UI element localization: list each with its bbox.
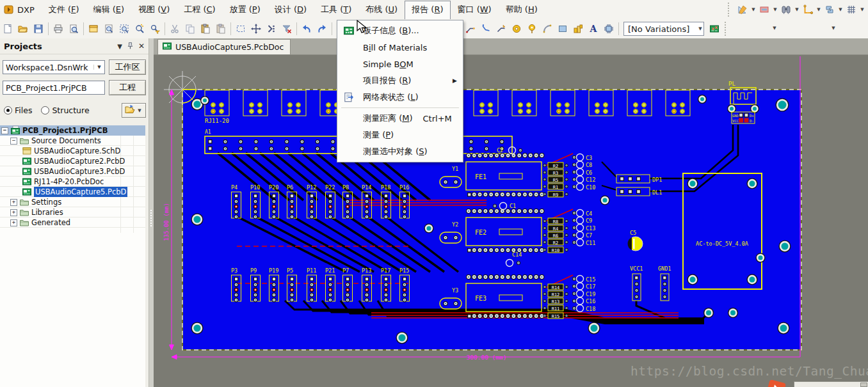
tool-floppy-button[interactable] [31, 22, 46, 36]
open-document-button[interactable]: ▼ [122, 103, 146, 118]
tool-zoom-page-button[interactable] [101, 22, 117, 36]
application-window: DXP文件 (F)编辑 (E)视图 (V)工程 (C)放置 (P)设计 (D)工… [0, 0, 868, 387]
tree-item-Generated[interactable]: +Generated [0, 217, 145, 228]
report-menu-item-1[interactable]: Bill of Materials [337, 39, 463, 56]
chevron-down-icon[interactable]: ▼ [816, 7, 822, 12]
menu-P[interactable]: 放置 (P) [223, 1, 268, 19]
tree-item-RJ11-4P-20.PcbDoc[interactable]: RJ11-4P-20.PcbDoc [0, 177, 145, 187]
tool-undo-button[interactable] [299, 22, 314, 36]
chevron-down-icon[interactable]: ▼ [750, 7, 757, 12]
report-menu-item-3[interactable]: 项目报告 (R) ▶ [337, 72, 463, 89]
report-menu-item-2[interactable]: Simple BOM [337, 56, 463, 72]
menu-shortcut: Ctrl+M [413, 114, 452, 123]
tool-zoom-dots-button[interactable] [132, 22, 147, 36]
tool-paste2-button[interactable] [213, 22, 229, 36]
panel-menu-icon[interactable]: ▼ [117, 43, 122, 50]
tool-move-cross-button[interactable] [248, 22, 264, 36]
chevron-down-icon[interactable]: ▼ [93, 65, 104, 70]
tool-align-button[interactable] [264, 22, 279, 36]
tool-page-button[interactable] [0, 22, 15, 36]
tool-variations-button[interactable]: xx [707, 22, 722, 36]
tool-grid-icon-button[interactable] [844, 3, 859, 17]
tool-printer-button[interactable] [51, 22, 66, 36]
tool-copy-button[interactable] [182, 22, 198, 36]
tree-item-Settings[interactable]: +Settings [0, 197, 145, 207]
chevron-down-icon[interactable]: ▼ [697, 26, 703, 31]
tool-via-button[interactable] [524, 22, 540, 36]
tool-wire3-button[interactable] [494, 22, 509, 36]
radio-structure[interactable]: Structure [41, 106, 89, 115]
tool-zoom-box-button[interactable] [117, 22, 132, 36]
expand-toggle[interactable]: + [10, 199, 17, 206]
radio-files[interactable]: Files [4, 106, 32, 115]
tool-filter-x-button[interactable] [279, 22, 294, 36]
chevron-down-icon[interactable]: ▼ [794, 7, 800, 12]
svg-text:P22: P22 [325, 184, 335, 191]
dxp-menu[interactable]: DXP [0, 1, 42, 18]
tool-textA-button[interactable]: A [586, 22, 601, 36]
tree-item-USBAudioCapture3.PcbD[interactable]: USBAudioCapture3.PcbD [0, 166, 145, 177]
tool-fill-button[interactable] [555, 22, 570, 36]
menu-V[interactable]: 视图 (V) [131, 1, 177, 19]
report-menu-item-5[interactable]: 测量距离 (M) Ctrl+M [337, 110, 463, 127]
zoom-page-icon [104, 24, 114, 34]
tool-dim-L-button[interactable] [800, 3, 816, 17]
tree-item-Source Documents[interactable]: −Source Documents [0, 136, 145, 146]
pcb-layout-svg[interactable]: 135.00 (mm)300.00 (mm)RJ11-20A1P4P10P20P… [154, 54, 868, 387]
menu-W[interactable]: 窗口 (W) [451, 1, 499, 19]
menu-R[interactable]: 报告 (R) [405, 1, 450, 19]
workspace-button[interactable]: 工作区 [109, 59, 146, 75]
menu-T[interactable]: 工具 (T) [314, 1, 358, 19]
tool-wire1-button[interactable] [463, 22, 478, 36]
pcb-canvas[interactable]: 135.00 (mm)300.00 (mm)RJ11-20A1P4P10P20P… [154, 54, 868, 387]
tree-item-USBAudioCapture.SchD[interactable]: USBAudioCapture.SchD [0, 146, 145, 156]
tool-chip-button[interactable] [601, 22, 616, 36]
menu-U[interactable]: 布线 (U) [358, 1, 405, 19]
tree-item-USBAudioCapture5.PcbD[interactable]: USBAudioCapture5.PcbD [0, 187, 145, 197]
toolbar-dropdown-caret[interactable]: ▼ [771, 26, 778, 31]
expand-toggle[interactable]: + [10, 209, 17, 216]
menu-C[interactable]: 工程 (C) [177, 1, 222, 19]
tool-preview-button[interactable] [66, 22, 81, 36]
close-panel-icon[interactable]: ✕ [138, 42, 145, 51]
tool-s-shape-button[interactable] [822, 3, 837, 17]
expand-toggle[interactable]: − [1, 127, 8, 134]
tool-folder-open-button[interactable] [15, 22, 31, 36]
pin-icon[interactable] [126, 42, 134, 51]
toolbar-dropdown-caret[interactable]: ▼ [830, 26, 837, 31]
expand-toggle[interactable]: − [10, 138, 17, 145]
tool-panel-button[interactable] [86, 22, 101, 36]
tool-red-box-button[interactable] [757, 3, 772, 17]
tool-wire2-button[interactable] [478, 22, 494, 36]
chevron-down-icon[interactable]: ▼ [837, 7, 844, 12]
tool-ruler-pencil-button[interactable] [735, 3, 750, 17]
menu-E[interactable]: 编辑 (E) [86, 1, 132, 19]
project-button[interactable]: 工程 [109, 80, 146, 95]
tool-paste-button[interactable] [198, 22, 213, 36]
variations-combobox[interactable]: [No Variations] ▼ [623, 22, 704, 36]
tree-item-PCB_Project1.PrjPCB[interactable]: −PCB_Project1.PrjPCB [0, 125, 145, 136]
project-combobox[interactable]: PCB_Project1.PrjPCB [3, 81, 105, 95]
tree-item-Libraries[interactable]: +Libraries [0, 207, 145, 217]
tool-arc-button[interactable] [540, 22, 555, 36]
tool-select-rect-button[interactable] [233, 22, 248, 36]
tool-pad-button[interactable] [509, 22, 524, 36]
report-menu-item-7[interactable]: 测量选中对象 (S) [337, 143, 463, 160]
chevron-down-icon[interactable]: ▼ [859, 7, 865, 12]
workspace-combobox[interactable]: Workspace1.DsnWrk ▼ [3, 60, 105, 74]
menu-F[interactable]: 文件 (F) [42, 1, 86, 19]
tool-binoculars-button[interactable] [778, 3, 794, 17]
expand-toggle[interactable]: + [10, 219, 17, 226]
tree-item-USBAudioCapture2.PcbD[interactable]: USBAudioCapture2.PcbD [0, 156, 145, 166]
menu-H[interactable]: 帮助 (H) [499, 1, 545, 19]
chevron-down-icon[interactable]: ▼ [772, 7, 778, 12]
menu-D[interactable]: 设计 (D) [268, 1, 314, 19]
tool-array-button[interactable] [570, 22, 586, 36]
pcbdoc-icon [162, 41, 172, 51]
tool-zoom-filter-button[interactable] [147, 22, 163, 36]
report-menu-item-4[interactable]: 网络表状态 (L) [337, 89, 463, 106]
tool-redo-button[interactable] [314, 22, 330, 36]
tool-scissors-button[interactable] [167, 22, 182, 36]
document-tab[interactable]: USBAudioCapture5.PcbDoc [157, 39, 291, 54]
report-menu-item-6[interactable]: 测量 (P) [337, 127, 463, 143]
